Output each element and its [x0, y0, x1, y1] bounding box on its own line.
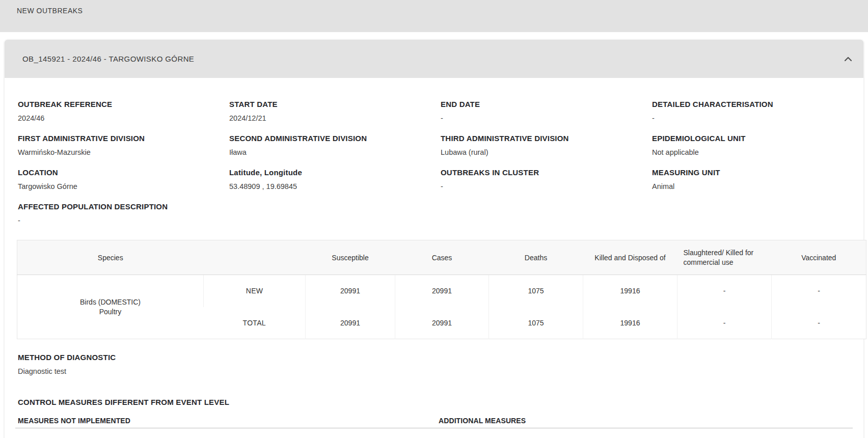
- field-label: OUTBREAK REFERENCE: [18, 100, 221, 109]
- field-value: -: [441, 114, 643, 123]
- measures-not-implemented-label: MEASURES NOT IMPLEMENTED: [13, 417, 434, 428]
- topbar: NEW OUTBREAKS: [0, 0, 868, 32]
- page-title: NEW OUTBREAKS: [17, 7, 83, 15]
- deaths-cell: 1075: [489, 275, 583, 307]
- field-outbreaks-in-cluster: OUTBREAKS IN CLUSTER -: [436, 168, 643, 191]
- field-value: -: [18, 216, 855, 225]
- column-header-deaths: Deaths: [489, 240, 583, 275]
- killed-disposed-cell: 19916: [583, 307, 677, 339]
- slaughtered-cell: -: [677, 307, 772, 339]
- field-affected-population-description: AFFECTED POPULATION DESCRIPTION -: [13, 202, 855, 225]
- field-label: LOCATION: [18, 168, 221, 177]
- control-measures-labels: MEASURES NOT IMPLEMENTED ADDITIONAL MEAS…: [13, 417, 855, 428]
- outbreak-fields-grid: OUTBREAK REFERENCE 2024/46 START DATE 20…: [13, 100, 855, 202]
- susceptible-cell: 20991: [306, 275, 395, 307]
- field-value: Animal: [652, 182, 855, 191]
- field-outbreak-reference: OUTBREAK REFERENCE 2024/46: [13, 100, 221, 123]
- field-label: OUTBREAKS IN CLUSTER: [441, 168, 643, 177]
- field-third-admin-division: THIRD ADMINISTRATIVE DIVISION Lubawa (ru…: [436, 134, 643, 157]
- column-header-cases: Cases: [395, 240, 489, 275]
- field-label: START DATE: [229, 100, 432, 109]
- column-header-row-type: [204, 240, 306, 275]
- field-value: Iława: [229, 148, 432, 157]
- column-header-susceptible: Susceptible: [306, 240, 395, 275]
- field-value: Lubawa (rural): [441, 148, 643, 157]
- field-value: 53.48909 , 19.69845: [229, 182, 432, 191]
- field-first-admin-division: FIRST ADMINISTRATIVE DIVISION Warmińsko-…: [13, 134, 221, 157]
- field-label: EPIDEMIOLOGICAL UNIT: [652, 134, 855, 143]
- row-type-cell: TOTAL: [204, 307, 306, 339]
- measures-divider: [15, 428, 853, 428]
- field-label: FIRST ADMINISTRATIVE DIVISION: [18, 134, 221, 143]
- field-start-date: START DATE 2024/12/21: [225, 100, 432, 123]
- cases-cell: 20991: [395, 275, 489, 307]
- field-label: Latitude, Longitude: [229, 168, 432, 177]
- field-value: Diagnostic test: [18, 367, 855, 376]
- species-name-line1: Birds (DOMESTIC): [17, 297, 203, 307]
- field-value: Not applicable: [652, 148, 855, 157]
- field-measuring-unit: MEASURING UNIT Animal: [647, 168, 855, 191]
- deaths-cell: 1075: [489, 307, 583, 339]
- field-label: DETAILED CHARACTERISATION: [652, 100, 855, 109]
- field-label: METHOD OF DIAGNOSTIC: [18, 353, 855, 362]
- field-value: 2024/46: [18, 114, 221, 123]
- field-method-of-diagnostic: METHOD OF DIAGNOSTIC Diagnostic test: [13, 353, 855, 376]
- cases-cell: 20991: [395, 307, 489, 339]
- field-value: -: [441, 182, 643, 191]
- table-row-new: Birds (DOMESTIC) Poultry NEW 20991 20991…: [17, 275, 866, 307]
- species-name-line2: Poultry: [17, 307, 203, 317]
- vaccinated-cell: -: [772, 275, 866, 307]
- control-measures-title: CONTROL MEASURES DIFFERENT FROM EVENT LE…: [13, 398, 855, 406]
- susceptible-cell: 20991: [306, 307, 395, 339]
- field-label: SECOND ADMINISTRATIVE DIVISION: [229, 134, 432, 143]
- column-header-killed-disposed: Killed and Disposed of: [583, 240, 677, 275]
- killed-disposed-cell: 19916: [583, 275, 677, 307]
- field-location: LOCATION Targowisko Górne: [13, 168, 221, 191]
- slaughtered-cell: -: [677, 275, 772, 307]
- field-label: MEASURING UNIT: [652, 168, 855, 177]
- field-label: AFFECTED POPULATION DESCRIPTION: [18, 202, 855, 211]
- field-detailed-characterisation: DETAILED CHARACTERISATION -: [647, 100, 855, 123]
- column-header-slaughtered: Slaughtered/ Killed for commercial use: [677, 240, 772, 275]
- field-end-date: END DATE -: [436, 100, 643, 123]
- row-type-cell: NEW: [204, 275, 306, 307]
- outbreak-details-panel: OUTBREAK REFERENCE 2024/46 START DATE 20…: [5, 78, 863, 438]
- outbreak-card: OB_145921 - 2024/46 - TARGOWISKO GÓRNE O…: [5, 40, 863, 438]
- outbreak-accordion-header[interactable]: OB_145921 - 2024/46 - TARGOWISKO GÓRNE: [5, 40, 863, 78]
- column-header-species: Species: [17, 240, 204, 275]
- additional-measures-label: ADDITIONAL MEASURES: [434, 417, 855, 428]
- vaccinated-cell: -: [772, 307, 866, 339]
- field-value: Warmińsko-Mazurskie: [18, 148, 221, 157]
- column-header-vaccinated: Vaccinated: [772, 240, 866, 275]
- field-label: THIRD ADMINISTRATIVE DIVISION: [441, 134, 643, 143]
- field-latitude-longitude: Latitude, Longitude 53.48909 , 19.69845: [225, 168, 432, 191]
- outbreak-accordion-title: OB_145921 - 2024/46 - TARGOWISKO GÓRNE: [22, 54, 194, 63]
- field-value: 2024/12/21: [229, 114, 432, 123]
- field-value: -: [652, 114, 855, 123]
- field-epidemiological-unit: EPIDEMIOLOGICAL UNIT Not applicable: [647, 134, 855, 157]
- field-label: END DATE: [441, 100, 643, 109]
- chevron-up-icon: [844, 57, 852, 62]
- field-second-admin-division: SECOND ADMINISTRATIVE DIVISION Iława: [225, 134, 432, 157]
- species-table: Species Susceptible Cases Deaths Killed …: [17, 240, 866, 339]
- field-value: Targowisko Górne: [18, 182, 221, 191]
- species-name-cell: Birds (DOMESTIC) Poultry: [17, 275, 204, 339]
- species-table-header: Species Susceptible Cases Deaths Killed …: [17, 240, 866, 275]
